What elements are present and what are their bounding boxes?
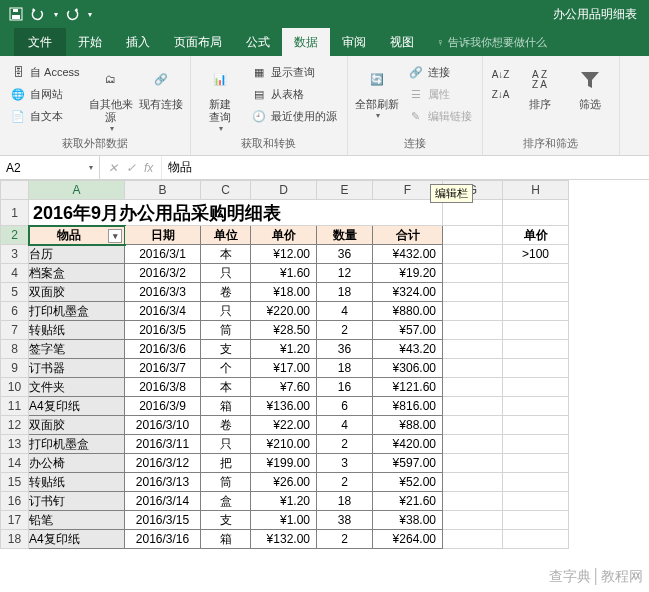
- table-cell[interactable]: 台历: [29, 245, 125, 264]
- table-cell[interactable]: 18: [317, 283, 373, 302]
- empty-cell[interactable]: [443, 530, 503, 549]
- table-cell[interactable]: 2016/3/9: [125, 397, 201, 416]
- empty-cell[interactable]: [443, 340, 503, 359]
- empty-cell[interactable]: [443, 397, 503, 416]
- other-sources-button[interactable]: 🗂自其他来源▾: [88, 60, 134, 134]
- sort-asc-button[interactable]: A↓Z: [489, 64, 513, 84]
- table-cell[interactable]: ¥26.00: [251, 473, 317, 492]
- save-icon[interactable]: [8, 6, 24, 22]
- criteria-cell[interactable]: [503, 530, 569, 549]
- table-cell[interactable]: ¥1.20: [251, 340, 317, 359]
- tab-home[interactable]: 开始: [66, 28, 114, 56]
- table-cell[interactable]: 箱: [201, 397, 251, 416]
- table-cell[interactable]: 双面胶: [29, 416, 125, 435]
- table-cell[interactable]: ¥21.60: [373, 492, 443, 511]
- table-cell[interactable]: 12: [317, 264, 373, 283]
- table-cell[interactable]: 打印机墨盒: [29, 435, 125, 454]
- empty-cell[interactable]: [443, 264, 503, 283]
- table-cell[interactable]: 2016/3/15: [125, 511, 201, 530]
- table-cell[interactable]: 4: [317, 416, 373, 435]
- row-header[interactable]: 13: [1, 435, 29, 454]
- row-header[interactable]: 2: [1, 226, 29, 245]
- table-cell[interactable]: ¥121.60: [373, 378, 443, 397]
- table-cell[interactable]: 箱: [201, 530, 251, 549]
- table-cell[interactable]: ¥597.00: [373, 454, 443, 473]
- empty-cell[interactable]: [443, 321, 503, 340]
- sort-button[interactable]: A ZZ A排序: [517, 60, 563, 111]
- table-cell[interactable]: 36: [317, 340, 373, 359]
- table-cell[interactable]: ¥324.00: [373, 283, 443, 302]
- table-cell[interactable]: 2016/3/12: [125, 454, 201, 473]
- tab-file[interactable]: 文件: [14, 28, 66, 56]
- table-cell[interactable]: ¥43.20: [373, 340, 443, 359]
- tab-data[interactable]: 数据: [282, 28, 330, 56]
- redo-icon[interactable]: [64, 6, 80, 22]
- criteria-cell[interactable]: [503, 283, 569, 302]
- empty-cell[interactable]: [443, 435, 503, 454]
- table-header[interactable]: 单价: [251, 226, 317, 245]
- table-cell[interactable]: 本: [201, 378, 251, 397]
- properties-button[interactable]: ☰属性: [404, 84, 476, 104]
- filter-button[interactable]: 筛选: [567, 60, 613, 111]
- row-header[interactable]: 3: [1, 245, 29, 264]
- criteria-cell[interactable]: [503, 416, 569, 435]
- criteria-cell[interactable]: [503, 264, 569, 283]
- table-cell[interactable]: 2: [317, 321, 373, 340]
- table-cell[interactable]: 2016/3/10: [125, 416, 201, 435]
- show-queries-button[interactable]: ▦显示查询: [247, 62, 341, 82]
- tab-insert[interactable]: 插入: [114, 28, 162, 56]
- filter-dropdown-icon[interactable]: ▾: [108, 229, 122, 243]
- row-header[interactable]: 1: [1, 200, 29, 226]
- table-cell[interactable]: 签字笔: [29, 340, 125, 359]
- table-cell[interactable]: 本: [201, 245, 251, 264]
- table-cell[interactable]: 6: [317, 397, 373, 416]
- table-cell[interactable]: 2016/3/7: [125, 359, 201, 378]
- table-cell[interactable]: 盒: [201, 492, 251, 511]
- table-header[interactable]: 日期: [125, 226, 201, 245]
- table-cell[interactable]: ¥432.00: [373, 245, 443, 264]
- table-cell[interactable]: ¥1.20: [251, 492, 317, 511]
- formula-input[interactable]: 物品: [162, 159, 649, 176]
- empty-cell[interactable]: [443, 359, 503, 378]
- table-cell[interactable]: 2016/3/1: [125, 245, 201, 264]
- row-header[interactable]: 6: [1, 302, 29, 321]
- table-cell[interactable]: ¥132.00: [251, 530, 317, 549]
- edit-links-button[interactable]: ✎编辑链接: [404, 106, 476, 126]
- table-cell[interactable]: 16: [317, 378, 373, 397]
- row-header[interactable]: 5: [1, 283, 29, 302]
- table-cell[interactable]: 2016/3/14: [125, 492, 201, 511]
- row-header[interactable]: 7: [1, 321, 29, 340]
- table-cell[interactable]: ¥1.60: [251, 264, 317, 283]
- table-cell[interactable]: 订书器: [29, 359, 125, 378]
- criteria-cell[interactable]: [503, 473, 569, 492]
- sheet-title[interactable]: 2016年9月办公用品采购明细表: [29, 200, 443, 226]
- row-header[interactable]: 12: [1, 416, 29, 435]
- criteria-cell[interactable]: [503, 321, 569, 340]
- table-cell[interactable]: ¥136.00: [251, 397, 317, 416]
- table-cell[interactable]: 2016/3/13: [125, 473, 201, 492]
- table-cell[interactable]: 36: [317, 245, 373, 264]
- col-header[interactable]: H: [503, 181, 569, 200]
- empty-cell[interactable]: [443, 283, 503, 302]
- table-cell[interactable]: 2: [317, 435, 373, 454]
- table-cell[interactable]: 转贴纸: [29, 321, 125, 340]
- table-cell[interactable]: 订书钉: [29, 492, 125, 511]
- criteria-cell[interactable]: [503, 340, 569, 359]
- table-header[interactable]: 合计: [373, 226, 443, 245]
- table-cell[interactable]: 2016/3/6: [125, 340, 201, 359]
- table-header[interactable]: 单位: [201, 226, 251, 245]
- grid[interactable]: ABCDEFGH12016年9月办公用品采购明细表2物品▾日期单位单价数量合计单…: [0, 180, 649, 592]
- table-cell[interactable]: 转贴纸: [29, 473, 125, 492]
- empty-cell[interactable]: [443, 302, 503, 321]
- table-cell[interactable]: 2016/3/3: [125, 283, 201, 302]
- table-cell[interactable]: ¥1.00: [251, 511, 317, 530]
- tell-me[interactable]: ♀ 告诉我你想要做什么: [426, 28, 547, 56]
- table-cell[interactable]: ¥210.00: [251, 435, 317, 454]
- criteria-cell[interactable]: [503, 359, 569, 378]
- table-cell[interactable]: ¥18.00: [251, 283, 317, 302]
- new-query-button[interactable]: 📊新建 查询▾: [197, 60, 243, 134]
- col-header[interactable]: A: [29, 181, 125, 200]
- tab-formulas[interactable]: 公式: [234, 28, 282, 56]
- from-web-button[interactable]: 🌐自网站: [6, 84, 84, 104]
- row-header[interactable]: 8: [1, 340, 29, 359]
